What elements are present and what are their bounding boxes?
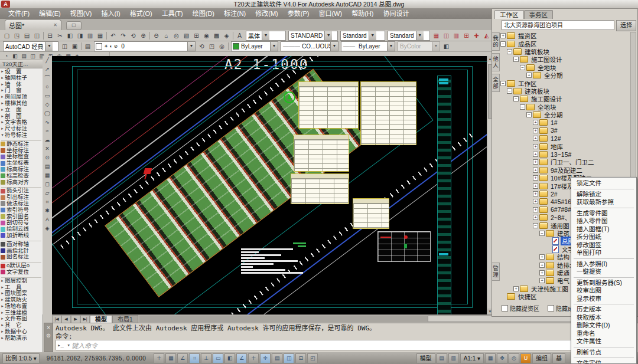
tree-row-提资区[interactable]: +提资区 xyxy=(500,32,633,40)
context-menu-item-修改图签[interactable]: 修改图签 xyxy=(571,241,636,250)
context-menu-item-校审出图[interactable]: 校审出图 xyxy=(571,287,636,295)
sidebar-item-画对称轴[interactable]: 画对称轴 xyxy=(0,241,43,248)
expand-icon[interactable]: + xyxy=(539,254,545,260)
workspace-dropdown[interactable]: AutoCAD 经典▼ xyxy=(3,41,58,51)
select-project-button[interactable]: 选择 xyxy=(616,20,636,31)
side-tab-全部[interactable]: 全部 xyxy=(492,74,500,92)
status-toggle-7[interactable]: ∠ xyxy=(236,353,247,363)
layout-nav-a[interactable]: ▶ xyxy=(71,315,80,323)
close-icon[interactable]: ✕ xyxy=(53,22,57,28)
menu-item-文件F[interactable]: 文件(F) xyxy=(4,9,34,18)
toolbar3-icon-0[interactable]: ◔ xyxy=(2,53,11,60)
expand-icon[interactable]: + xyxy=(539,270,545,276)
context-menu-item-插入参照I[interactable]: 插入参照(I) xyxy=(571,260,636,268)
sidebar-item-图层控制[interactable]: ▸图层控制 xyxy=(0,278,43,284)
t20-toolbar-icon-0[interactable]: ▦ xyxy=(431,31,441,40)
status-right-icon-7[interactable]: U xyxy=(520,353,531,363)
status-toggle-0[interactable]: ＋ xyxy=(154,353,164,363)
command-input-row[interactable]: ▸_ ▾ 键入命令 xyxy=(56,340,634,350)
color-dropdown[interactable]: ByLayer▼ xyxy=(231,41,278,51)
sidebar-item-立面[interactable]: ▸立 面 xyxy=(0,107,43,113)
menu-item-修改M[interactable]: 修改(M) xyxy=(250,9,283,18)
menu-item-格式O[interactable]: 格式(O) xyxy=(125,9,157,18)
status-toggle-8[interactable]: ＋ xyxy=(248,353,259,363)
toolbar-icon-12[interactable]: ⟲ xyxy=(128,31,138,40)
checkbox-box[interactable] xyxy=(548,305,554,311)
collapse-icon[interactable]: − xyxy=(533,223,538,228)
tree-row-建筑板块[interactable]: −建筑板块 xyxy=(500,87,633,95)
context-menu-item-历史版本[interactable]: 历史版本 xyxy=(571,306,636,314)
menu-item-窗口W[interactable]: 窗口(W) xyxy=(314,9,347,18)
expand-icon[interactable]: + xyxy=(533,144,538,149)
menu-item-工具T[interactable]: 工具(T) xyxy=(157,9,188,18)
chevron-down-icon[interactable]: ▼ xyxy=(330,42,338,51)
draw-tool-icon-18[interactable]: A xyxy=(43,215,52,224)
expand-icon[interactable]: + xyxy=(533,175,538,181)
toolbar-icon-18[interactable]: ⊞ xyxy=(191,31,201,40)
toolbar-icon-15[interactable]: ⌂ xyxy=(161,31,171,40)
tree-row-13~15#[interactable]: +13~15# xyxy=(500,150,633,158)
status-right-icon-4[interactable]: ▦ xyxy=(485,353,496,363)
expand-icon[interactable]: + xyxy=(513,286,519,291)
sidebar-item-标高检查[interactable]: 标高检查 xyxy=(0,173,43,179)
sidebar-item-文字复位[interactable]: 文字复位 xyxy=(0,269,43,276)
lock-icon[interactable]: ▣ xyxy=(70,42,80,51)
match-properties-icon[interactable]: ◧ xyxy=(441,42,451,51)
sidebar-item-静态标注[interactable]: 静态标注 xyxy=(0,141,43,147)
t20-toolbar-icon-3[interactable]: ⊞ xyxy=(461,31,471,40)
t20-toolbar-icon-1[interactable]: ◫ xyxy=(441,31,451,40)
draw-tool-icon-13[interactable]: ▦ xyxy=(43,171,52,180)
menu-item-编辑E[interactable]: 编辑(E) xyxy=(34,9,66,18)
draw-tool-icon-16[interactable]: ⌗ xyxy=(43,198,52,206)
t20-toolbar-icon-2[interactable]: ▥ xyxy=(451,31,461,40)
collapse-icon[interactable]: − xyxy=(526,112,532,117)
chevron-down-icon[interactable]: ▼ xyxy=(187,42,195,51)
status-toggle-13[interactable]: ◰ xyxy=(307,353,318,363)
draw-tool-icon-5[interactable]: ◇ xyxy=(43,100,52,109)
chevron-down-icon[interactable]: ▼ xyxy=(387,42,395,51)
collapse-icon[interactable]: − xyxy=(507,88,512,94)
expand-icon[interactable]: + xyxy=(539,263,545,268)
draw-tool-icon-3[interactable]: ○ xyxy=(43,83,52,91)
wrench-icon[interactable]: ⚙ xyxy=(46,333,51,339)
context-menu-item-解除锁定[interactable]: 解除锁定 xyxy=(571,191,636,199)
menu-item-绘图D[interactable]: 绘图(D) xyxy=(188,9,219,18)
chevron-down-icon[interactable]: ▼ xyxy=(270,42,278,51)
tree-row-施工图设计[interactable]: −施工图设计 xyxy=(500,95,633,103)
expand-icon[interactable]: + xyxy=(533,159,538,165)
project-name-field[interactable]: 北大资源静海团泊项目 xyxy=(502,20,614,30)
t20-menu-header[interactable]: T20天正... xyxy=(0,60,43,68)
status-toggle-5[interactable]: ▭ xyxy=(213,353,223,363)
toolbar-icon-14[interactable]: ⊖ xyxy=(151,31,161,40)
status-toggle-2[interactable]: ∠ xyxy=(177,353,188,363)
font-style-dropdown[interactable]: 黑体▼ xyxy=(246,31,286,41)
sidebar-item-图名标注[interactable]: 图名标注 xyxy=(0,254,43,260)
context-menu-item-删除文件D[interactable]: 删除文件(D) xyxy=(571,322,636,330)
command-input[interactable]: 键入命令 xyxy=(71,340,97,350)
expand-icon[interactable]: + xyxy=(533,168,538,173)
expand-icon[interactable]: + xyxy=(533,183,538,189)
status-right-icon-6[interactable]: ◎ xyxy=(509,353,519,363)
draw-tool-icon-9[interactable]: ☁ xyxy=(43,136,52,145)
expand-icon[interactable]: + xyxy=(533,152,538,157)
sidebar-item-符号标注[interactable]: ▾符号标注 xyxy=(0,132,43,139)
side-tab-他人[interactable]: 他人 xyxy=(492,53,500,71)
autocad-logo-icon[interactable]: A xyxy=(1,1,10,8)
toolbar-icon-13[interactable]: ⊕ xyxy=(138,31,148,40)
draw-tool-icon-19[interactable]: ◈ xyxy=(43,224,52,233)
toolbar-icon-11[interactable]: ↷ xyxy=(118,31,128,40)
sidebar-item-帮助演示[interactable]: ▸帮助演示 xyxy=(0,335,43,342)
expand-icon[interactable]: + xyxy=(526,73,532,78)
toolbar-icon-21[interactable]: ◈ xyxy=(222,31,232,40)
layer-iso-icon[interactable]: ◳ xyxy=(207,42,217,51)
status-right-8[interactable]: 编组 xyxy=(532,353,551,363)
toolbar3-icon-1[interactable]: ◧ xyxy=(11,53,19,60)
status-right-icon-5[interactable]: ✥ xyxy=(497,353,507,363)
collapse-icon[interactable]: − xyxy=(507,49,512,54)
tree-row-12#[interactable]: +12# xyxy=(500,135,633,142)
toolbar-icon-19[interactable]: ◉ xyxy=(201,31,211,40)
expand-icon[interactable]: + xyxy=(533,191,538,196)
tree-row-全分期[interactable]: +全分期 xyxy=(500,71,633,79)
menu-item-协同设计[interactable]: 协同设计 xyxy=(378,9,414,18)
collapse-icon[interactable]: − xyxy=(520,65,525,70)
